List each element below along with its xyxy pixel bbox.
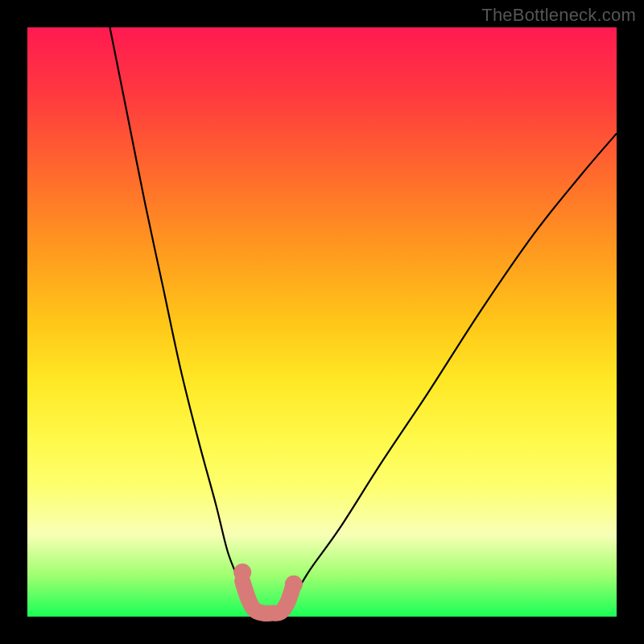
optimal-range-end-dot: [285, 576, 303, 593]
watermark-text: TheBottleneck.com: [481, 5, 636, 26]
chart-frame: TheBottleneck.com: [0, 0, 644, 644]
curve-left: [109, 27, 257, 617]
curve-right: [281, 134, 617, 617]
chart-svg: [27, 27, 617, 617]
optimal-range-start-dot: [233, 564, 251, 581]
